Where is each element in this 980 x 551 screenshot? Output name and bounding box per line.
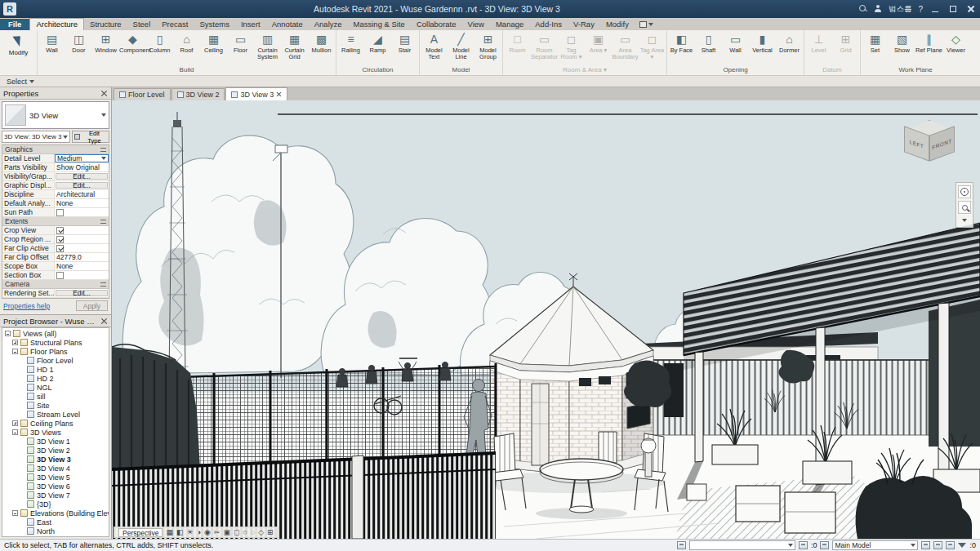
close-browser-icon[interactable] (100, 318, 108, 325)
tree-hd-1[interactable]: HD 1 (2, 365, 109, 374)
tool-curtain-system[interactable]: ▥Curtain System (254, 31, 281, 61)
panel-label-model[interactable]: Model (420, 65, 502, 75)
crop-view-checkbox[interactable] (56, 227, 64, 234)
tool-shaft[interactable]: ▯Shaft (695, 31, 722, 54)
maximize-button[interactable] (947, 4, 959, 14)
tab-insert[interactable]: Insert (235, 19, 266, 30)
select-bar[interactable]: Select (0, 76, 980, 87)
prop-rendering-settings[interactable]: Rendering Set...Edit... (2, 289, 109, 298)
shadows-icon[interactable]: ◑ (197, 527, 201, 537)
prop-sun-path[interactable]: Sun Path (2, 208, 109, 217)
tree-ceiling-plans[interactable]: Ceiling Plans (2, 419, 109, 428)
tool-window[interactable]: ⊞Window (92, 31, 119, 54)
revit-logo[interactable]: R (3, 2, 16, 16)
panel-label-circulation[interactable]: Circulation (336, 65, 419, 75)
tab-annotate[interactable]: Annotate (266, 19, 309, 30)
user-icon[interactable] (874, 5, 882, 13)
tool-stair[interactable]: ▤Stair (391, 31, 418, 54)
tree-stream-level[interactable]: Stream Level (2, 410, 109, 419)
expander-icon[interactable] (12, 340, 18, 345)
apply-button[interactable]: Apply (76, 300, 108, 311)
render-icon[interactable]: ◉ (204, 527, 211, 537)
temporary-hide-icon[interactable]: ◻ (234, 527, 239, 537)
detail-level-icon[interactable]: ▦ (166, 527, 173, 537)
tab-view[interactable]: View (462, 19, 490, 30)
sun-path-icon[interactable]: ☀ (186, 527, 193, 537)
help-menu[interactable]: ? (918, 5, 923, 14)
panel-label-build[interactable]: Build (38, 65, 336, 75)
background-processes-icon[interactable] (946, 541, 955, 549)
tool-curtain-grid[interactable]: ▦Curtain Grid (281, 31, 308, 61)
tree-views-all[interactable]: Views (all) (2, 329, 109, 338)
panel-label-opening[interactable]: Opening (667, 65, 804, 75)
tool-model-line[interactable]: ╱Model Line (448, 31, 474, 61)
tree-3d-view-4[interactable]: 3D View 4 (2, 464, 109, 473)
tree-3d-view-3[interactable]: 3D View 3 (2, 455, 109, 464)
prop-parts-visibility[interactable]: Parts VisibilityShow Original (2, 163, 109, 172)
section-camera[interactable]: Camera (2, 280, 109, 289)
section-graphics[interactable]: Graphics (2, 145, 109, 154)
tool-viewer[interactable]: ◇Viewer (942, 31, 969, 54)
tool-grid[interactable]: ⊞Grid (832, 31, 859, 54)
prop-default-analysis[interactable]: Default Analy...None (2, 199, 109, 208)
tree-floor-plans[interactable]: Floor Plans (2, 347, 109, 356)
active-design-option-select[interactable]: Main Model (832, 540, 918, 550)
tab-modify[interactable]: Modify (600, 19, 635, 30)
expander-icon[interactable] (12, 420, 18, 426)
prop-graphic-display[interactable]: Graphic Displ...Edit... (2, 181, 109, 190)
expander-icon[interactable] (12, 510, 18, 516)
constraints-icon[interactable]: ⊞ (267, 527, 274, 537)
tool-railing[interactable]: ≡Railing (337, 31, 364, 54)
zoom-button[interactable] (958, 201, 971, 214)
navbar-options-caret[interactable] (962, 219, 967, 224)
press-drag-icon[interactable] (933, 541, 942, 549)
tool-component[interactable]: ◆Component (119, 31, 146, 54)
section-box-checkbox[interactable] (56, 272, 64, 279)
expander-icon[interactable] (12, 429, 18, 435)
tool-set-work-plane[interactable]: ▦Set (862, 31, 889, 54)
tree-elevations[interactable]: Elevations (Building Elevation) (2, 509, 109, 518)
crop-region-icon[interactable]: ▣ (223, 527, 230, 537)
tab-collaborate[interactable]: Collaborate (411, 19, 462, 30)
tool-dormer[interactable]: ⌂Dormer (776, 31, 803, 54)
tree-sill[interactable]: sill (2, 392, 109, 401)
instance-selector[interactable]: 3D View: 3D View 3 (2, 131, 70, 143)
section-extents[interactable]: Extents (2, 217, 109, 226)
tool-show-work-plane[interactable]: ▧Show (889, 31, 915, 54)
properties-help-link[interactable]: Properties help (3, 302, 50, 310)
tool-ramp[interactable]: ◢Ramp (364, 31, 391, 54)
prop-far-clip-offset[interactable]: Far Clip Offset42779.0 (2, 253, 109, 262)
tool-mullion[interactable]: ▩Mullion (308, 31, 335, 54)
tab-steel[interactable]: Steel (127, 19, 157, 30)
tab-massing-site[interactable]: Massing & Site (348, 19, 411, 30)
modify-button[interactable]: Modify (0, 30, 37, 56)
prop-visibility-graphics[interactable]: Visibility/Grap...Edit... (2, 172, 109, 181)
tree-3d-view-7[interactable]: 3D View 7 (2, 491, 109, 500)
tree-3d-view-5[interactable]: 3D View 5 (2, 473, 109, 482)
tab-manage[interactable]: Manage (490, 19, 529, 30)
tree-east[interactable]: East (2, 518, 109, 527)
prop-scope-box[interactable]: Scope BoxNone (2, 262, 109, 271)
prop-far-clip-active[interactable]: Far Clip Active (2, 244, 109, 253)
tab-add-ins[interactable]: Add-Ins (529, 19, 568, 30)
close-properties-icon[interactable] (100, 90, 108, 97)
tool-roof[interactable]: ⌂Roof (173, 31, 200, 54)
tool-model-text[interactable]: AModel Text (421, 31, 448, 61)
tree-3d-view-1[interactable]: 3D View 1 (2, 437, 109, 446)
panel-label-room-area[interactable]: Room & Area ▾ (503, 65, 666, 75)
tree-3d-views[interactable]: 3D Views (2, 428, 109, 437)
edit-type-button[interactable]: Edit Type (72, 131, 109, 143)
scale-button[interactable]: Perspective (118, 528, 163, 537)
username[interactable]: 범스룹 (889, 4, 912, 15)
displaced-elements-icon[interactable]: ◇ (258, 527, 264, 537)
requests-icon[interactable] (799, 541, 808, 549)
tab-analyze[interactable]: Analyze (309, 19, 348, 30)
tool-by-face[interactable]: ◧By Face (668, 31, 695, 54)
tool-wall-opening[interactable]: ▭Wall (722, 31, 749, 54)
visual-style-icon[interactable]: ◧ (176, 527, 184, 537)
tool-tag-room[interactable]: ◻Tag Room ▾ (558, 31, 585, 61)
panel-label-datum[interactable]: Datum (804, 65, 860, 75)
view-tab-3d-view-3[interactable]: 3D View 3 (225, 87, 287, 100)
prop-crop-view[interactable]: Crop View (2, 226, 109, 235)
view-cube[interactable]: LEFT FRONT (900, 120, 959, 171)
